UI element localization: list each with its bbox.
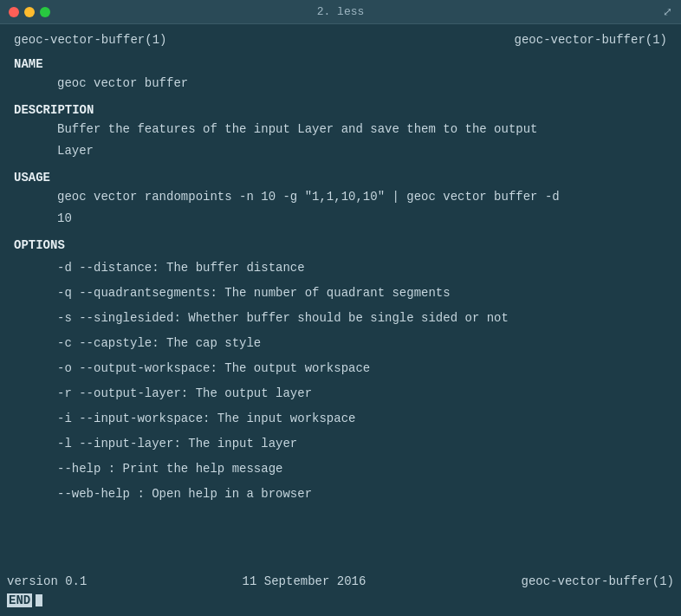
usage-header: USAGE [7,165,674,186]
date: 11 September 2016 [243,574,366,588]
description-section: DESCRIPTION Buffer the features of the i… [7,98,674,162]
terminal-content: geoc-vector-buffer(1) geoc-vector-buffer… [0,31,681,571]
option-6: -i --input-workspace: The input workspac… [7,405,674,430]
option-0: -d --distance: The buffer distance [7,254,674,279]
end-marker: END [7,593,32,607]
option-2: -s --singlesided: Whether buffer should … [7,304,674,329]
usage-line2: 10 [7,208,674,230]
terminal: geoc-vector-buffer(1) geoc-vector-buffer… [0,24,681,616]
footer: version 0.1 11 September 2016 geoc-vecto… [0,571,681,592]
description-header: DESCRIPTION [7,98,674,119]
option-9: --web-help : Open help in a browser [7,480,674,505]
option-3: -c --capstyle: The cap style [7,329,674,354]
description-line1: Buffer the features of the input Layer a… [7,119,674,140]
usage-line1: geoc vector randompoints -n 10 -g "1,1,1… [7,186,674,208]
close-button[interactable] [9,7,19,17]
option-4: -o --output-workspace: The output worksp… [7,354,674,379]
window-controls [9,7,50,17]
cursor [36,594,42,606]
option-1: -q --quadrantsegments: The number of qua… [7,279,674,304]
option-5: -r --output-layer: The output layer [7,379,674,405]
expand-icon: ⤢ [663,5,672,19]
name-header: NAME [7,52,674,73]
name-content: geoc vector buffer [7,73,674,94]
usage-section: USAGE geoc vector randompoints -n 10 -g … [7,165,674,230]
prompt-line: END [0,592,681,609]
header-left: geoc-vector-buffer(1) [14,33,166,47]
manpage-header: geoc-vector-buffer(1) geoc-vector-buffer… [7,31,674,49]
options-header: OPTIONS [7,233,674,254]
minimize-button[interactable] [24,7,35,17]
option-7: -l --input-layer: The input layer [7,430,674,455]
version: version 0.1 [7,574,87,588]
manpage-footer: geoc-vector-buffer(1) [522,574,674,588]
description-line2: Layer [7,140,674,162]
options-section: OPTIONS -d --distance: The buffer distan… [7,233,674,505]
window-title: 2. less [317,5,365,18]
title-bar: 2. less ⤢ [0,0,681,24]
header-right: geoc-vector-buffer(1) [515,33,667,47]
name-section: NAME geoc vector buffer [7,52,674,94]
maximize-button[interactable] [40,7,50,17]
option-8: --help : Print the help message [7,455,674,480]
